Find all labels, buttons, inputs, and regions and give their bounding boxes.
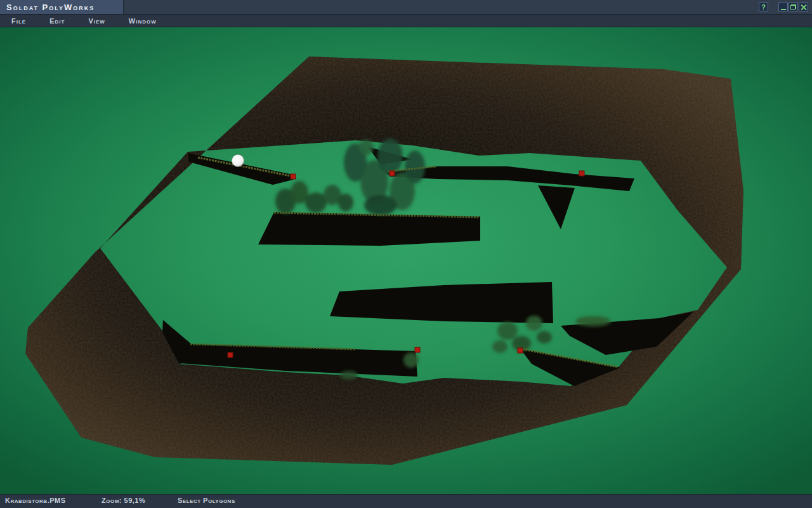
red-cube-scenery [579,171,584,176]
red-cube-scenery [228,352,233,358]
status-zoom-level: Zoom: 59,1% [102,497,145,504]
menu-item-file[interactable]: File [11,17,26,25]
red-cube-scenery [518,348,523,353]
foliage-scenery [377,138,403,174]
foliage-scenery [338,194,353,211]
foliage-scenery [340,371,358,380]
polyworks-window: Soldat PolyWorks ? File Edit View Windo [0,0,812,508]
foliage-scenery [405,150,425,184]
title-bar: Soldat PolyWorks ? [0,0,812,15]
status-filename: Krabdistorb.PMS [5,497,66,504]
marker-ball [232,155,244,167]
map-canvas[interactable] [0,27,812,494]
status-current-tool: Select Polygons [178,497,235,504]
minimize-icon [781,9,786,10]
help-icon: ? [761,4,766,11]
window-controls: ? [759,0,812,14]
restore-button[interactable] [789,3,798,11]
menu-item-view[interactable]: View [88,17,105,25]
menu-bar: File Edit View Window [0,15,812,27]
foliage-scenery [403,352,419,368]
terrain-texture-overlay [25,57,743,465]
foliage-scenery [497,322,518,340]
foliage-scenery [526,316,542,331]
red-cube-scenery [291,174,296,179]
close-icon [801,4,806,10]
foliage-scenery [575,316,611,326]
foliage-scenery [364,195,397,215]
app-title: Soldat PolyWorks [6,3,95,12]
red-cube-scenery [390,171,395,176]
red-cube-scenery [415,347,420,352]
window-button-group [778,3,808,11]
terrain-layer[interactable] [25,57,743,465]
menu-item-window[interactable]: Window [129,17,157,25]
foliage-scenery [537,331,552,344]
foliage-scenery [492,340,508,353]
terrain-polygon-slab-middle[interactable] [330,282,553,323]
map-editor-viewport[interactable] [0,27,812,495]
minimize-button[interactable] [778,3,788,11]
restore-icon [790,4,796,10]
foliage-scenery [305,192,327,213]
foliage-scenery [358,140,374,155]
title-tab: Soldat PolyWorks [0,0,124,14]
status-bar: Krabdistorb.PMS Zoom: 59,1% Select Polyg… [0,494,812,508]
help-button[interactable]: ? [759,3,768,11]
terrain-polygon-hook-top[interactable] [538,185,575,229]
close-button[interactable] [799,3,808,11]
menu-item-edit[interactable]: Edit [49,17,65,25]
